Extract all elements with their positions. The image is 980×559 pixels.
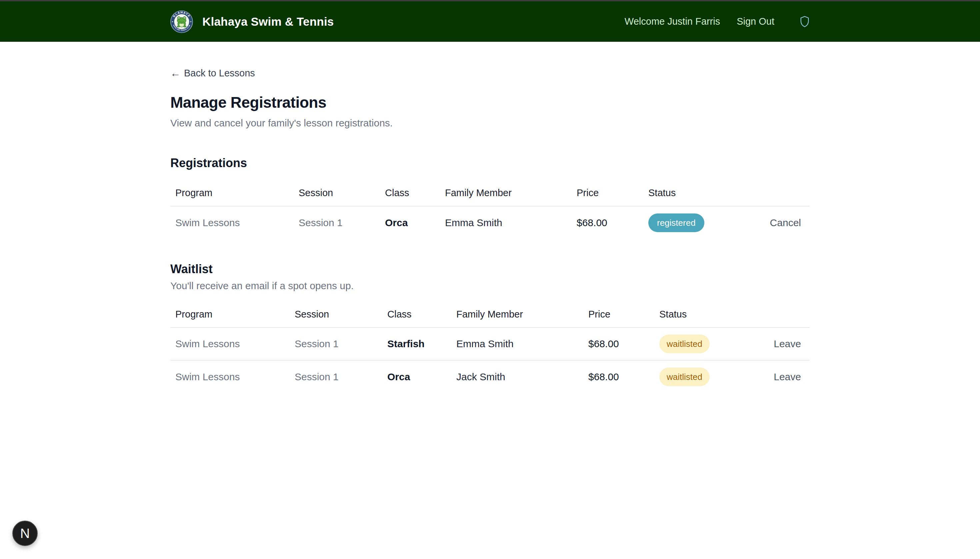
cell-session: Session 1 bbox=[295, 327, 387, 360]
cell-family-member: Jack Smith bbox=[456, 360, 588, 393]
brand[interactable]: KLAHAYA SWIM AND TENNIS CLUB bbox=[170, 10, 334, 33]
cell-price: $68.00 bbox=[577, 206, 648, 239]
col-action bbox=[742, 180, 810, 206]
col-program: Program bbox=[170, 180, 299, 206]
site-header: KLAHAYA SWIM AND TENNIS CLUB bbox=[0, 1, 980, 42]
cell-action: Cancel bbox=[742, 206, 810, 239]
header-nav: Welcome Justin Farris Sign Out bbox=[625, 16, 810, 28]
cell-action: Leave bbox=[753, 360, 810, 393]
col-session: Session bbox=[299, 180, 385, 206]
registrations-table: Program Session Class Family Member Pric… bbox=[170, 180, 810, 239]
status-badge: registered bbox=[648, 213, 704, 232]
cell-family-member: Emma Smith bbox=[456, 327, 588, 360]
back-arrow-icon: ← bbox=[170, 68, 181, 78]
cell-session: Session 1 bbox=[299, 206, 385, 239]
cell-program: Swim Lessons bbox=[170, 360, 295, 393]
col-class: Class bbox=[387, 301, 456, 327]
main-content: ← Back to Lessons Manage Registrations V… bbox=[170, 68, 810, 393]
welcome-text: Welcome Justin Farris bbox=[625, 16, 720, 27]
col-status: Status bbox=[648, 180, 742, 206]
col-program: Program bbox=[170, 301, 295, 327]
col-price: Price bbox=[577, 180, 648, 206]
col-status: Status bbox=[659, 301, 753, 327]
club-logo-icon: KLAHAYA SWIM AND TENNIS CLUB bbox=[170, 10, 193, 33]
status-badge: waitlisted bbox=[659, 367, 709, 386]
waitlist-header-row: Program Session Class Family Member Pric… bbox=[170, 301, 810, 327]
col-family-member: Family Member bbox=[456, 301, 588, 327]
cell-action: Leave bbox=[753, 327, 810, 360]
shield-icon[interactable] bbox=[800, 16, 810, 28]
nextjs-n-icon: N bbox=[20, 526, 30, 541]
col-price: Price bbox=[588, 301, 659, 327]
back-to-lessons-link[interactable]: ← Back to Lessons bbox=[170, 68, 255, 79]
col-action bbox=[753, 301, 810, 327]
cell-status: waitlisted bbox=[659, 327, 753, 360]
waitlist-table: Program Session Class Family Member Pric… bbox=[170, 301, 810, 393]
brand-title: Klahaya Swim & Tennis bbox=[202, 15, 334, 28]
cell-status: registered bbox=[648, 206, 742, 239]
cell-program: Swim Lessons bbox=[170, 206, 299, 239]
waitlist-heading: Waitlist bbox=[170, 262, 810, 276]
cell-class: Orca bbox=[385, 206, 445, 239]
table-row: Swim Lessons Session 1 Orca Jack Smith $… bbox=[170, 360, 810, 393]
cell-class: Orca bbox=[387, 360, 456, 393]
cell-session: Session 1 bbox=[295, 360, 387, 393]
cell-class: Starfish bbox=[387, 327, 456, 360]
page-title: Manage Registrations bbox=[170, 93, 810, 111]
waitlist-subtitle: You'll receive an email if a spot opens … bbox=[170, 280, 810, 291]
table-row: Swim Lessons Session 1 Orca Emma Smith $… bbox=[170, 206, 810, 239]
cell-price: $68.00 bbox=[588, 360, 659, 393]
cancel-button[interactable]: Cancel bbox=[770, 217, 801, 228]
leave-button[interactable]: Leave bbox=[774, 371, 801, 382]
frog-mascot bbox=[177, 17, 186, 27]
page-subtitle: View and cancel your family's lesson reg… bbox=[170, 117, 810, 129]
col-family-member: Family Member bbox=[445, 180, 577, 206]
cell-price: $68.00 bbox=[588, 327, 659, 360]
cell-status: waitlisted bbox=[659, 360, 753, 393]
registrations-header-row: Program Session Class Family Member Pric… bbox=[170, 180, 810, 206]
col-class: Class bbox=[385, 180, 445, 206]
status-badge: waitlisted bbox=[659, 334, 709, 353]
cell-family-member: Emma Smith bbox=[445, 206, 577, 239]
back-link-label: Back to Lessons bbox=[184, 68, 255, 79]
table-row: Swim Lessons Session 1 Starfish Emma Smi… bbox=[170, 327, 810, 360]
cell-program: Swim Lessons bbox=[170, 327, 295, 360]
nextjs-dev-tools-button[interactable]: N bbox=[12, 521, 38, 546]
sign-out-link[interactable]: Sign Out bbox=[737, 16, 774, 27]
registrations-heading: Registrations bbox=[170, 156, 810, 170]
col-session: Session bbox=[295, 301, 387, 327]
leave-button[interactable]: Leave bbox=[774, 338, 801, 349]
